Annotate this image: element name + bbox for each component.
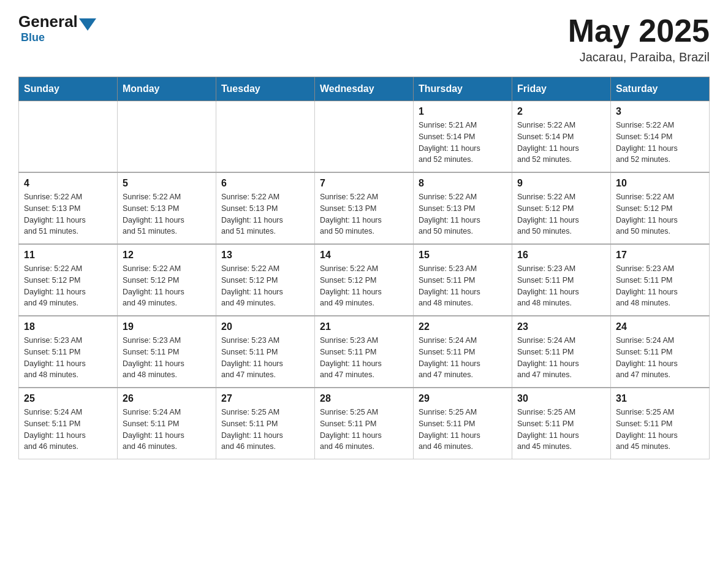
logo-blue-text: Blue [21,31,45,44]
calendar-cell: 7Sunrise: 5:22 AMSunset: 5:13 PMDaylight… [315,172,414,244]
day-info: Sunrise: 5:24 AMSunset: 5:11 PMDaylight:… [419,335,507,381]
calendar-cell: 12Sunrise: 5:22 AMSunset: 5:12 PMDayligh… [118,244,216,316]
day-number: 4 [24,178,112,189]
day-number: 18 [24,321,112,332]
calendar-cell: 27Sunrise: 5:25 AMSunset: 5:11 PMDayligh… [216,388,315,459]
day-number: 28 [320,393,408,404]
day-number: 6 [221,178,309,189]
day-info: Sunrise: 5:23 AMSunset: 5:11 PMDaylight:… [320,335,408,381]
day-info: Sunrise: 5:25 AMSunset: 5:11 PMDaylight:… [517,407,605,453]
day-info: Sunrise: 5:22 AMSunset: 5:12 PMDaylight:… [24,263,112,309]
calendar-row-1: 4Sunrise: 5:22 AMSunset: 5:13 PMDaylight… [19,172,710,244]
calendar-cell: 3Sunrise: 5:22 AMSunset: 5:14 PMDaylight… [611,101,710,173]
day-info: Sunrise: 5:22 AMSunset: 5:13 PMDaylight:… [419,191,507,237]
day-info: Sunrise: 5:22 AMSunset: 5:13 PMDaylight:… [123,191,211,237]
day-number: 20 [221,321,309,332]
calendar-cell: 25Sunrise: 5:24 AMSunset: 5:11 PMDayligh… [19,388,118,459]
day-info: Sunrise: 5:22 AMSunset: 5:14 PMDaylight:… [517,120,605,166]
calendar-row-4: 25Sunrise: 5:24 AMSunset: 5:11 PMDayligh… [19,388,710,459]
month-title: May 2025 [568,12,710,49]
calendar-cell [118,101,216,173]
calendar-row-2: 11Sunrise: 5:22 AMSunset: 5:12 PMDayligh… [19,244,710,316]
day-info: Sunrise: 5:23 AMSunset: 5:11 PMDaylight:… [123,335,211,381]
day-number: 15 [419,250,507,261]
day-info: Sunrise: 5:24 AMSunset: 5:11 PMDaylight:… [517,335,605,381]
day-info: Sunrise: 5:23 AMSunset: 5:11 PMDaylight:… [24,335,112,381]
day-info: Sunrise: 5:23 AMSunset: 5:11 PMDaylight:… [616,263,704,309]
day-number: 17 [616,250,704,261]
calendar-cell: 18Sunrise: 5:23 AMSunset: 5:11 PMDayligh… [19,316,118,388]
page-header: General Blue May 2025 Jacarau, Paraiba, … [18,12,710,64]
calendar-cell: 9Sunrise: 5:22 AMSunset: 5:12 PMDaylight… [512,172,611,244]
day-number: 19 [123,321,211,332]
day-number: 12 [123,250,211,261]
col-header-wednesday: Wednesday [315,77,414,101]
day-info: Sunrise: 5:23 AMSunset: 5:11 PMDaylight:… [517,263,605,309]
calendar-cell: 4Sunrise: 5:22 AMSunset: 5:13 PMDaylight… [19,172,118,244]
calendar-cell: 1Sunrise: 5:21 AMSunset: 5:14 PMDaylight… [414,101,512,173]
calendar-cell: 26Sunrise: 5:24 AMSunset: 5:11 PMDayligh… [118,388,216,459]
day-info: Sunrise: 5:23 AMSunset: 5:11 PMDaylight:… [419,263,507,309]
calendar-cell: 16Sunrise: 5:23 AMSunset: 5:11 PMDayligh… [512,244,611,316]
day-info: Sunrise: 5:22 AMSunset: 5:12 PMDaylight:… [320,263,408,309]
day-number: 2 [517,106,605,117]
calendar-row-0: 1Sunrise: 5:21 AMSunset: 5:14 PMDaylight… [19,101,710,173]
day-info: Sunrise: 5:25 AMSunset: 5:11 PMDaylight:… [320,407,408,453]
calendar-table: SundayMondayTuesdayWednesdayThursdayFrid… [18,77,710,459]
day-info: Sunrise: 5:23 AMSunset: 5:11 PMDaylight:… [221,335,309,381]
calendar-cell: 19Sunrise: 5:23 AMSunset: 5:11 PMDayligh… [118,316,216,388]
calendar-cell: 15Sunrise: 5:23 AMSunset: 5:11 PMDayligh… [414,244,512,316]
calendar-row-3: 18Sunrise: 5:23 AMSunset: 5:11 PMDayligh… [19,316,710,388]
calendar-cell: 31Sunrise: 5:25 AMSunset: 5:11 PMDayligh… [611,388,710,459]
calendar-cell: 29Sunrise: 5:25 AMSunset: 5:11 PMDayligh… [414,388,512,459]
day-info: Sunrise: 5:22 AMSunset: 5:12 PMDaylight:… [517,191,605,237]
day-info: Sunrise: 5:24 AMSunset: 5:11 PMDaylight:… [616,335,704,381]
day-info: Sunrise: 5:24 AMSunset: 5:11 PMDaylight:… [123,407,211,453]
calendar-cell: 22Sunrise: 5:24 AMSunset: 5:11 PMDayligh… [414,316,512,388]
day-info: Sunrise: 5:22 AMSunset: 5:12 PMDaylight:… [616,191,704,237]
day-number: 10 [616,178,704,189]
day-info: Sunrise: 5:22 AMSunset: 5:14 PMDaylight:… [616,120,704,166]
day-number: 5 [123,178,211,189]
col-header-monday: Monday [118,77,216,101]
location-text: Jacarau, Paraiba, Brazil [568,50,710,64]
calendar-cell: 30Sunrise: 5:25 AMSunset: 5:11 PMDayligh… [512,388,611,459]
calendar-cell: 8Sunrise: 5:22 AMSunset: 5:13 PMDaylight… [414,172,512,244]
day-number: 21 [320,321,408,332]
calendar-cell: 28Sunrise: 5:25 AMSunset: 5:11 PMDayligh… [315,388,414,459]
day-number: 9 [517,178,605,189]
logo-triangle-icon [79,18,96,31]
calendar-cell: 5Sunrise: 5:22 AMSunset: 5:13 PMDaylight… [118,172,216,244]
col-header-tuesday: Tuesday [216,77,315,101]
calendar-cell [19,101,118,173]
day-number: 26 [123,393,211,404]
logo-general-text: General [18,12,78,31]
calendar-cell: 17Sunrise: 5:23 AMSunset: 5:11 PMDayligh… [611,244,710,316]
calendar-cell: 10Sunrise: 5:22 AMSunset: 5:12 PMDayligh… [611,172,710,244]
day-number: 11 [24,250,112,261]
day-number: 7 [320,178,408,189]
calendar-header-row: SundayMondayTuesdayWednesdayThursdayFrid… [19,77,710,101]
day-info: Sunrise: 5:22 AMSunset: 5:13 PMDaylight:… [221,191,309,237]
day-info: Sunrise: 5:21 AMSunset: 5:14 PMDaylight:… [419,120,507,166]
day-info: Sunrise: 5:22 AMSunset: 5:13 PMDaylight:… [320,191,408,237]
day-number: 24 [616,321,704,332]
day-number: 8 [419,178,507,189]
logo: General Blue [18,12,97,44]
day-number: 22 [419,321,507,332]
title-block: May 2025 Jacarau, Paraiba, Brazil [568,12,710,64]
calendar-cell: 23Sunrise: 5:24 AMSunset: 5:11 PMDayligh… [512,316,611,388]
calendar-cell [315,101,414,173]
calendar-cell: 13Sunrise: 5:22 AMSunset: 5:12 PMDayligh… [216,244,315,316]
day-info: Sunrise: 5:24 AMSunset: 5:11 PMDaylight:… [24,407,112,453]
calendar-cell: 20Sunrise: 5:23 AMSunset: 5:11 PMDayligh… [216,316,315,388]
day-info: Sunrise: 5:25 AMSunset: 5:11 PMDaylight:… [221,407,309,453]
day-number: 16 [517,250,605,261]
day-number: 14 [320,250,408,261]
day-info: Sunrise: 5:25 AMSunset: 5:11 PMDaylight:… [616,407,704,453]
day-info: Sunrise: 5:22 AMSunset: 5:12 PMDaylight:… [221,263,309,309]
calendar-cell: 6Sunrise: 5:22 AMSunset: 5:13 PMDaylight… [216,172,315,244]
col-header-sunday: Sunday [19,77,118,101]
calendar-cell: 11Sunrise: 5:22 AMSunset: 5:12 PMDayligh… [19,244,118,316]
day-number: 3 [616,106,704,117]
